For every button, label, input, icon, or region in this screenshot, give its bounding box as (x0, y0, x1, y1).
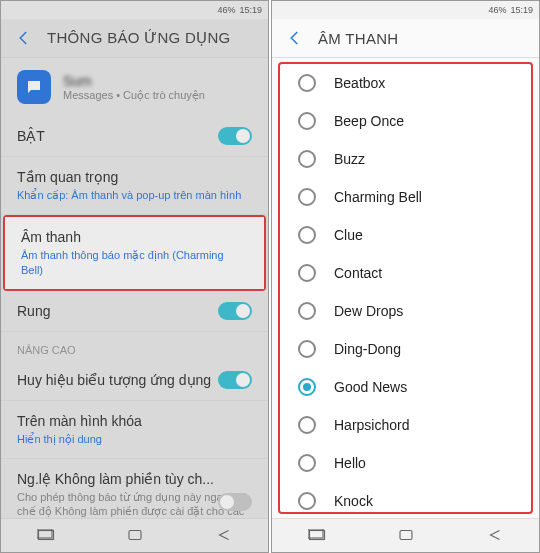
messages-app-icon (17, 70, 51, 104)
sound-option-label: Buzz (334, 151, 365, 167)
radio-icon[interactable] (298, 226, 316, 244)
setting-importance[interactable]: Tầm quan trọng Khẩn cấp: Âm thanh và pop… (1, 157, 268, 215)
setting-on[interactable]: BẬT (1, 116, 268, 157)
radio-icon[interactable] (298, 340, 316, 358)
page-title: THÔNG BÁO ỨNG DỤNG (47, 29, 231, 47)
radio-icon[interactable] (298, 492, 316, 510)
back-nav-icon[interactable] (486, 529, 504, 543)
settings-scroll[interactable]: Sum Messages • Cuộc trò chuyện BẬT Tầm q… (1, 58, 268, 518)
sound-option-label: Ding-Dong (334, 341, 401, 357)
back-icon[interactable] (286, 29, 304, 47)
page-title: ÂM THANH (318, 30, 398, 47)
status-bar: 46% 15:19 (1, 1, 268, 19)
setting-badge[interactable]: Huy hiệu biểu tượng ứng dụng (1, 360, 268, 401)
battery-text: 46% (217, 5, 235, 15)
home-icon[interactable] (397, 529, 415, 543)
dnd-label: Ng.lệ Không làm phiền tùy ch... (17, 471, 252, 487)
radio-icon[interactable] (298, 302, 316, 320)
sound-sub: Âm thanh thông báo mặc định (Charming Be… (21, 248, 248, 277)
setting-sound[interactable]: Âm thanh Âm thanh thông báo mặc định (Ch… (5, 217, 264, 289)
app-name: Sum (63, 73, 205, 89)
highlighted-sound-setting: Âm thanh Âm thanh thông báo mặc định (Ch… (3, 215, 266, 291)
sound-option-label: Contact (334, 265, 382, 281)
setting-dnd[interactable]: Ng.lệ Không làm phiền tùy ch... Cho phép… (1, 459, 268, 518)
sound-option-label: Clue (334, 227, 363, 243)
advanced-header: NÂNG CAO (1, 332, 268, 360)
sound-option-label: Beep Once (334, 113, 404, 129)
sound-option[interactable]: Ding-Dong (280, 330, 531, 368)
svg-rect-2 (129, 530, 141, 539)
svg-rect-5 (400, 530, 412, 539)
highlighted-sound-list: BeatboxBeep OnceBuzzCharming BellClueCon… (278, 62, 533, 514)
sound-option[interactable]: Beatbox (280, 64, 531, 102)
sound-option-label: Harpsichord (334, 417, 409, 433)
sound-option[interactable]: Hello (280, 444, 531, 482)
back-icon[interactable] (15, 29, 33, 47)
importance-label: Tầm quan trọng (17, 169, 252, 185)
phone-sound-picker: 46% 15:19 ÂM THANH BeatboxBeep OnceBuzzC… (271, 0, 540, 553)
badge-label: Huy hiệu biểu tượng ứng dụng (17, 372, 252, 388)
nav-bar (272, 518, 539, 552)
sound-option[interactable]: Harpsichord (280, 406, 531, 444)
toggle-dnd[interactable] (218, 493, 252, 511)
setting-vibrate[interactable]: Rung (1, 291, 268, 332)
toggle-vibrate[interactable] (218, 302, 252, 320)
app-row[interactable]: Sum Messages • Cuộc trò chuyện (1, 58, 268, 116)
sound-option[interactable]: Charming Bell (280, 178, 531, 216)
sound-option-label: Dew Drops (334, 303, 403, 319)
radio-icon[interactable] (298, 454, 316, 472)
lock-label: Trên màn hình khóa (17, 413, 252, 429)
setting-lockscreen[interactable]: Trên màn hình khóa Hiển thị nội dung (1, 401, 268, 459)
vibrate-label: Rung (17, 303, 252, 319)
sound-option-label: Beatbox (334, 75, 385, 91)
sound-option-label: Charming Bell (334, 189, 422, 205)
dnd-sub: Cho phép thông báo từ ứng dụng này ngay … (17, 490, 252, 518)
sound-option[interactable]: Buzz (280, 140, 531, 178)
sound-option[interactable]: Contact (280, 254, 531, 292)
sound-option-label: Good News (334, 379, 407, 395)
sound-option[interactable]: Knock (280, 482, 531, 514)
on-label: BẬT (17, 128, 252, 144)
importance-sub: Khẩn cấp: Âm thanh và pop-up trên màn hì… (17, 188, 252, 202)
nav-bar (1, 518, 268, 552)
radio-icon[interactable] (298, 112, 316, 130)
sound-option-label: Knock (334, 493, 373, 509)
radio-icon[interactable] (298, 74, 316, 92)
battery-text: 46% (488, 5, 506, 15)
recents-icon[interactable] (308, 529, 326, 543)
app-subtitle: Messages • Cuộc trò chuyện (63, 89, 205, 102)
radio-icon[interactable] (298, 416, 316, 434)
time-text: 15:19 (239, 5, 262, 15)
home-icon[interactable] (126, 529, 144, 543)
sound-option[interactable]: Clue (280, 216, 531, 254)
phone-settings: 46% 15:19 THÔNG BÁO ỨNG DỤNG Sum Message… (0, 0, 269, 553)
radio-icon[interactable] (298, 378, 316, 396)
radio-icon[interactable] (298, 150, 316, 168)
toggle-on[interactable] (218, 127, 252, 145)
sound-option[interactable]: Good News (280, 368, 531, 406)
time-text: 15:19 (510, 5, 533, 15)
header: THÔNG BÁO ỨNG DỤNG (1, 19, 268, 58)
radio-icon[interactable] (298, 188, 316, 206)
status-bar: 46% 15:19 (272, 1, 539, 19)
radio-icon[interactable] (298, 264, 316, 282)
header: ÂM THANH (272, 19, 539, 58)
sound-option-label: Hello (334, 455, 366, 471)
back-nav-icon[interactable] (215, 529, 233, 543)
sound-option[interactable]: Beep Once (280, 102, 531, 140)
recents-icon[interactable] (37, 529, 55, 543)
lock-sub: Hiển thị nội dung (17, 432, 252, 446)
toggle-badge[interactable] (218, 371, 252, 389)
sound-option[interactable]: Dew Drops (280, 292, 531, 330)
sound-label: Âm thanh (21, 229, 248, 245)
